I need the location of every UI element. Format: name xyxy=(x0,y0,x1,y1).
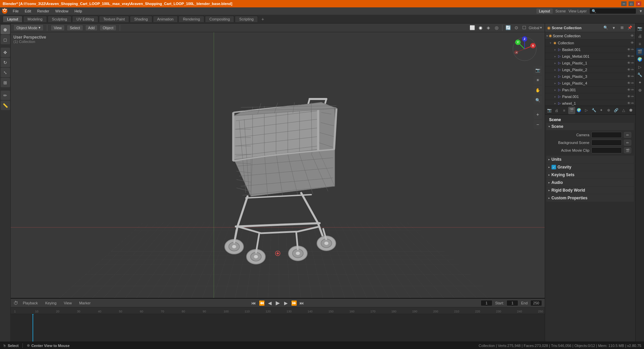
outliner-pin-btn[interactable]: 📌 xyxy=(627,24,633,31)
tool-rotate[interactable]: ↻ xyxy=(1,58,10,67)
side-render[interactable]: 📷 xyxy=(636,25,644,32)
side-scene[interactable]: 🎬 xyxy=(636,48,644,55)
tab-layout[interactable]: Layout xyxy=(3,16,22,22)
prop-bg-scene-value[interactable] xyxy=(591,140,622,146)
tl-jump-end[interactable]: ⏭ xyxy=(299,300,305,306)
tl-step-back[interactable]: ◀ xyxy=(266,300,273,306)
xray-toggle[interactable]: ☐ xyxy=(521,24,528,32)
outliner-item-pan-001[interactable]: ▸▷Pan.001👁✏ xyxy=(545,87,635,93)
3d-viewport[interactable]: User Perspective (1) Collection X Y xyxy=(11,32,545,342)
zoom-in-btn[interactable]: + xyxy=(533,110,542,119)
timeline-content[interactable] xyxy=(11,314,545,342)
prop-tab-view-layer[interactable]: ≡ xyxy=(560,107,568,114)
prop-tab-object[interactable]: ▷ xyxy=(583,107,590,114)
outliner-search-btn[interactable]: 🔍 xyxy=(602,24,609,31)
outliner-scene-collection[interactable]: ▾ ◉ Scene Collection 👁 xyxy=(545,32,635,40)
visibility-toggle-4[interactable]: 👁 xyxy=(627,68,631,71)
tab-add[interactable]: + xyxy=(259,15,267,23)
section-gravity[interactable]: ▸ ✓ Gravity xyxy=(546,163,634,171)
prop-tab-physics[interactable]: ⊕ xyxy=(605,107,612,114)
side-modifier[interactable]: 🔧 xyxy=(636,71,644,79)
visibility-toggle-2[interactable]: 👁 xyxy=(627,54,631,58)
overlay-toggle[interactable]: ⊙ xyxy=(513,24,520,32)
tool-measure[interactable]: 📏 xyxy=(1,101,10,110)
prop-tab-modifier[interactable]: 🔧 xyxy=(590,107,597,114)
sun-btn[interactable]: ☀ xyxy=(533,76,542,85)
section-custom-properties[interactable]: ▸ Custom Properties xyxy=(546,194,634,202)
tool-cursor[interactable]: ⊕ xyxy=(1,25,10,34)
tab-modeling[interactable]: Modeling xyxy=(23,16,47,22)
add-menu[interactable]: Add xyxy=(85,25,98,31)
prop-tab-world[interactable]: 🌍 xyxy=(576,107,583,114)
gravity-checkbox[interactable]: ✓ xyxy=(551,165,556,169)
prop-tab-constraints[interactable]: 🔗 xyxy=(613,107,620,114)
tl-current-frame[interactable]: 1 xyxy=(481,300,492,306)
visibility-toggle-1[interactable]: 👁 xyxy=(627,48,631,51)
prop-tab-object-data[interactable]: △ xyxy=(620,107,627,114)
tab-scripting[interactable]: Scripting xyxy=(235,16,258,22)
view-menu[interactable]: View xyxy=(51,25,65,31)
edit-icon-2[interactable]: ✏ xyxy=(631,54,634,58)
tab-sculpting[interactable]: Sculpting xyxy=(48,16,71,22)
tl-view-menu[interactable]: View xyxy=(61,300,74,306)
menu-render[interactable]: Render xyxy=(35,8,52,14)
visibility-toggle-3[interactable]: 👁 xyxy=(627,61,631,65)
tl-start-frame[interactable]: 1 xyxy=(506,300,518,306)
tab-rendering[interactable]: Rendering xyxy=(178,16,204,22)
edit-icon-6[interactable]: ✏ xyxy=(631,81,634,85)
prop-tab-particles[interactable]: ✦ xyxy=(598,107,605,114)
tool-scale[interactable]: ⤡ xyxy=(1,68,10,77)
close-btn[interactable]: ✕ xyxy=(636,1,641,6)
select-menu[interactable]: Select xyxy=(67,25,83,31)
tool-select[interactable]: ◻ xyxy=(1,35,10,44)
prop-bg-scene-btn[interactable]: ✏ xyxy=(624,140,631,146)
tab-uv-editing[interactable]: UV Editing xyxy=(72,16,98,22)
prop-movie-clip-value[interactable] xyxy=(591,147,622,153)
edit-icon-1[interactable]: ✏ xyxy=(631,48,634,51)
tl-marker-menu[interactable]: Marker xyxy=(76,300,93,306)
mode-selector[interactable]: Object Mode ▾ xyxy=(13,24,44,31)
outliner-item-legs-plastic-3[interactable]: ▸▷Legs_Plastic_3👁✏ xyxy=(545,73,635,80)
gizmo-toggle[interactable]: 🔄 xyxy=(504,24,512,32)
tool-transform[interactable]: ⊞ xyxy=(1,78,10,87)
outliner-item-legs-plastic-4[interactable]: ▸▷Legs_Plastic_4👁✏ xyxy=(545,80,635,87)
outliner-item-basket-001[interactable]: ▸▷Basket.001👁✏ xyxy=(545,46,635,53)
visibility-toggle-7[interactable]: 👁 xyxy=(627,88,631,92)
scene-search[interactable] xyxy=(589,8,636,14)
outliner-item-collection[interactable]: ▾◉Collection👁 xyxy=(545,40,635,46)
visibility-toggle-6[interactable]: 👁 xyxy=(627,81,631,85)
search-btn[interactable]: 🔍 xyxy=(533,96,542,105)
navigation-gizmo[interactable]: X Y Z -X xyxy=(511,36,538,62)
prop-camera-btn[interactable]: ✏ xyxy=(624,132,631,138)
prop-camera-value[interactable] xyxy=(591,132,622,138)
edit-icon-7[interactable]: ✏ xyxy=(631,88,634,92)
side-physics[interactable]: ⊕ xyxy=(636,87,644,94)
outliner-item-wheel-1[interactable]: ▸▷wheel_1👁✏ xyxy=(545,100,635,106)
prop-tab-scene[interactable]: 🎬 xyxy=(568,107,575,114)
side-object[interactable]: ▷ xyxy=(636,63,644,71)
edit-icon-9[interactable]: ✏ xyxy=(631,101,634,105)
filter-icon[interactable]: ▼ xyxy=(639,9,643,13)
outliner-options-btn[interactable]: ⊞ xyxy=(619,24,625,31)
maximize-btn[interactable]: □ xyxy=(629,1,634,6)
side-particles[interactable]: ✦ xyxy=(636,79,644,86)
camera-btn[interactable]: 📷 xyxy=(533,66,542,74)
tab-shading[interactable]: Shading xyxy=(130,16,152,22)
visibility-toggle-0[interactable]: 👁 xyxy=(631,41,634,45)
section-audio[interactable]: ▸ Audio xyxy=(546,179,634,186)
minimize-btn[interactable]: ─ xyxy=(621,1,627,6)
tab-compositing[interactable]: Compositing xyxy=(205,16,234,22)
tl-keying-menu[interactable]: Keying xyxy=(43,300,59,306)
tab-animation[interactable]: Animation xyxy=(153,16,178,22)
prop-tab-render[interactable]: 📷 xyxy=(546,107,553,114)
visibility-toggle-8[interactable]: 👁 xyxy=(627,95,631,98)
edit-icon-8[interactable]: ✏ xyxy=(631,95,634,98)
side-output[interactable]: 🖨 xyxy=(636,33,644,40)
visibility-toggle-5[interactable]: 👁 xyxy=(627,74,631,78)
viewport-shading-render[interactable]: ◎ xyxy=(493,24,500,32)
hand-btn[interactable]: ✋ xyxy=(533,86,542,95)
zoom-out-btn[interactable]: − xyxy=(533,120,542,129)
visibility-icon[interactable]: 👁 xyxy=(631,34,634,38)
menu-file[interactable]: File xyxy=(10,8,21,14)
prop-movie-clip-btn[interactable]: 🎬 xyxy=(624,147,631,153)
